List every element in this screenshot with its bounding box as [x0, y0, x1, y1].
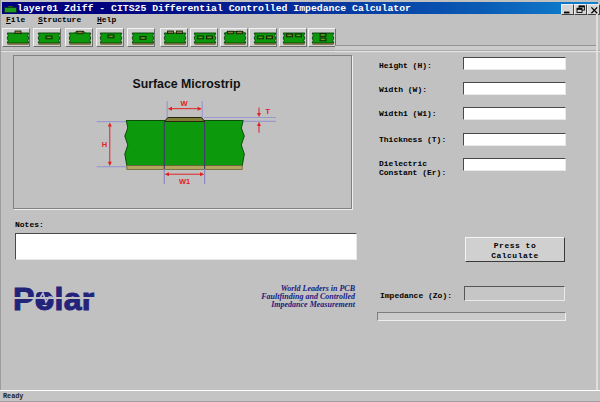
svg-text:W1: W1 [179, 177, 190, 186]
svg-text:H: H [102, 140, 107, 149]
svg-text:W: W [180, 99, 188, 108]
svg-text:T: T [266, 107, 271, 116]
